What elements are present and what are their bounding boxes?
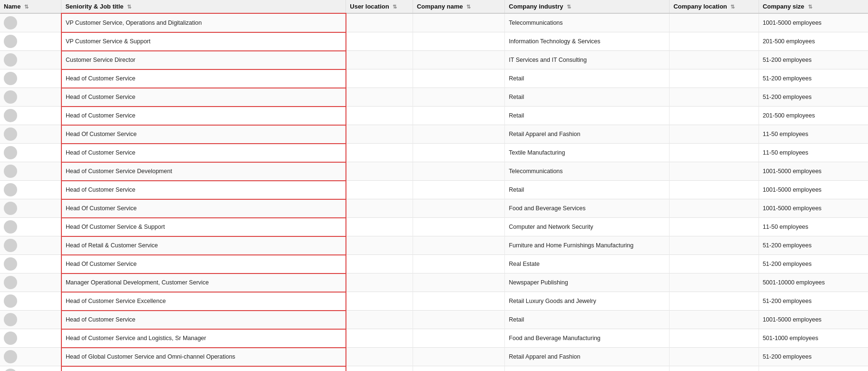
cell-name <box>0 107 61 125</box>
table-row[interactable]: VP Customer Service & SupportInformation… <box>0 32 868 51</box>
cell-company-name <box>413 329 504 348</box>
cell-company-size: 1001-5000 employees <box>759 311 868 329</box>
cell-company-location <box>670 125 759 144</box>
table-row[interactable]: Head of Customer Service DevelopmentTele… <box>0 162 868 181</box>
table-row[interactable]: Head of Customer Service and Logistics, … <box>0 329 868 348</box>
cell-company-industry: Retail <box>505 311 670 329</box>
cell-name <box>0 181 61 199</box>
cell-user-location <box>346 292 413 311</box>
cell-seniority: Head Of Customer Service & Support <box>61 218 346 236</box>
cell-seniority: Head of Global Customer Service and Omni… <box>61 348 346 366</box>
table-row[interactable]: Head of Customer Service ExcellenceRetai… <box>0 292 868 311</box>
table-row[interactable]: Head Of Customer ServiceReal Estate51-20… <box>0 255 868 273</box>
cell-company-location <box>670 107 759 125</box>
filter-icon-seniority[interactable]: ⇅ <box>127 4 131 10</box>
cell-seniority: Customer Service Director <box>61 51 346 69</box>
filter-icon-company-name[interactable]: ⇅ <box>466 4 471 10</box>
table-header-row: Name ⇅ Seniority & Job title ⇅ User loca… <box>0 0 868 13</box>
col-header-name[interactable]: Name ⇅ <box>0 0 61 13</box>
cell-company-name <box>413 366 504 371</box>
filter-icon-user-location[interactable]: ⇅ <box>393 4 397 10</box>
cell-company-industry: IT Services and IT Consulting <box>505 366 670 371</box>
table-row[interactable]: Head Of Customer Service & SupportComput… <box>0 218 868 236</box>
cell-company-size: 1001-5000 employees <box>759 13 868 32</box>
cell-company-industry: Retail Apparel and Fashion <box>505 125 670 144</box>
cell-user-location <box>346 69 413 88</box>
avatar <box>4 146 17 159</box>
table-row[interactable]: Head of Retail & Customer ServiceFurnitu… <box>0 236 868 255</box>
cell-name <box>0 32 61 51</box>
cell-company-industry: Telecommunications <box>505 162 670 181</box>
col-header-company-location[interactable]: Company location ⇅ <box>670 0 759 13</box>
cell-user-location <box>346 181 413 199</box>
col-header-user-location[interactable]: User location ⇅ <box>346 0 413 13</box>
filter-icon-company-size[interactable]: ⇅ <box>808 4 812 10</box>
cell-company-name <box>413 348 504 366</box>
filter-icon-company-industry[interactable]: ⇅ <box>567 4 571 10</box>
cell-user-location <box>346 51 413 69</box>
cell-user-location <box>346 218 413 236</box>
cell-company-size: 11-50 employees <box>759 218 868 236</box>
cell-seniority: Manager Operational Development, Custome… <box>61 273 346 292</box>
cell-company-size: 51-200 employees <box>759 348 868 366</box>
table-row[interactable]: Customer Service DirectorIT Services and… <box>0 51 868 69</box>
table-row[interactable]: VP Customer Service, Operations and Digi… <box>0 13 868 32</box>
cell-company-name <box>413 69 504 88</box>
cell-name <box>0 144 61 162</box>
avatar <box>4 239 17 252</box>
avatar <box>4 53 17 67</box>
cell-company-name <box>413 125 504 144</box>
cell-name <box>0 329 61 348</box>
table-row[interactable]: Head of Customer ServiceRetail201-500 em… <box>0 107 868 125</box>
table-row[interactable]: Head Of Customer ServiceFood and Beverag… <box>0 199 868 218</box>
cell-seniority: Head of Retail & Customer Service <box>61 236 346 255</box>
table-row[interactable]: Manager Operational Development, Custome… <box>0 273 868 292</box>
cell-name <box>0 88 61 107</box>
avatar <box>4 109 17 122</box>
cell-company-name <box>413 181 504 199</box>
cell-user-location <box>346 329 413 348</box>
cell-company-industry: Real Estate <box>505 255 670 273</box>
table-row[interactable]: Head of Customer ServiceRetail51-200 emp… <box>0 69 868 88</box>
table-row[interactable]: Head of Customer ServiceRetail1001-5000 … <box>0 181 868 199</box>
cell-user-location <box>346 13 413 32</box>
avatar <box>4 369 17 371</box>
cell-seniority: Head of Customer Service - Europe <box>61 366 346 371</box>
cell-name <box>0 311 61 329</box>
cell-name <box>0 348 61 366</box>
cell-company-location <box>670 199 759 218</box>
table-row[interactable]: Head of Customer ServiceRetail51-200 emp… <box>0 88 868 107</box>
table-row[interactable]: Head Of Customer ServiceRetail Apparel a… <box>0 125 868 144</box>
col-header-company-industry[interactable]: Company industry ⇅ <box>505 0 670 13</box>
cell-name <box>0 255 61 273</box>
cell-company-location <box>670 329 759 348</box>
table-row[interactable]: Head of Customer ServiceRetail1001-5000 … <box>0 311 868 329</box>
filter-icon-company-location[interactable]: ⇅ <box>730 4 735 10</box>
table-row[interactable]: Head of Global Customer Service and Omni… <box>0 348 868 366</box>
avatar <box>4 350 17 363</box>
cell-company-industry: Telecommunications <box>505 13 670 32</box>
col-header-seniority[interactable]: Seniority & Job title ⇅ <box>61 0 346 13</box>
cell-company-name <box>413 88 504 107</box>
cell-company-location <box>670 292 759 311</box>
cell-user-location <box>346 366 413 371</box>
table-row[interactable]: Head of Customer Service - EuropeIT Serv… <box>0 366 868 371</box>
filter-icon-name[interactable]: ⇅ <box>24 4 29 10</box>
col-header-company-size[interactable]: Company size ⇅ <box>759 0 868 13</box>
cell-seniority: Head Of Customer Service <box>61 199 346 218</box>
avatar <box>4 90 17 104</box>
cell-company-size: 501-1000 employees <box>759 329 868 348</box>
avatar <box>4 294 17 308</box>
cell-seniority: VP Customer Service & Support <box>61 32 346 51</box>
cell-seniority: Head of Customer Service <box>61 107 346 125</box>
cell-company-name <box>413 218 504 236</box>
col-header-company-name[interactable]: Company name ⇅ <box>413 0 504 13</box>
cell-company-industry: Furniture and Home Furnishings Manufactu… <box>505 236 670 255</box>
cell-company-industry: Food and Beverage Manufacturing <box>505 329 670 348</box>
cell-company-location <box>670 162 759 181</box>
avatar <box>4 276 17 289</box>
table-row[interactable]: Head of Customer ServiceTextile Manufact… <box>0 144 868 162</box>
cell-company-industry: Retail <box>505 181 670 199</box>
cell-seniority: Head of Customer Service <box>61 69 346 88</box>
cell-user-location <box>346 199 413 218</box>
